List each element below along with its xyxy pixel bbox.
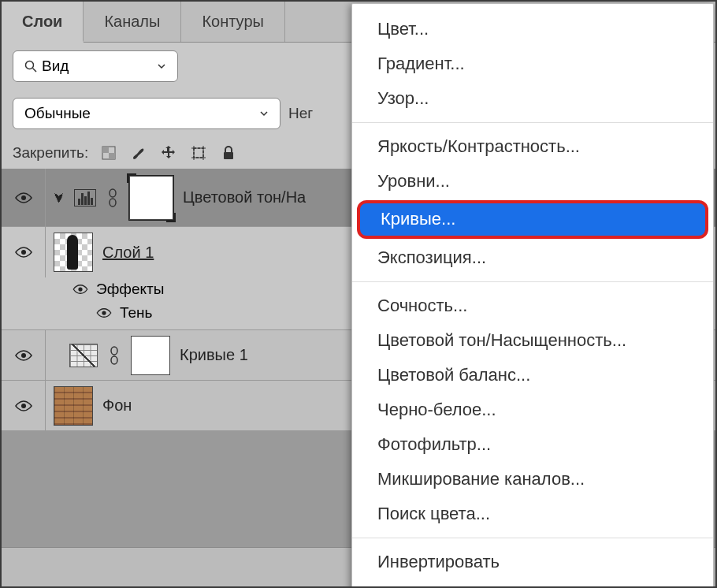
tab-paths[interactable]: Контуры [181, 2, 284, 42]
filter-label: Вид [42, 58, 69, 75]
svg-line-1 [33, 69, 37, 73]
menu-solid-color[interactable]: Цвет... [352, 12, 713, 47]
link-mask-icon[interactable] [106, 188, 120, 207]
menu-separator [352, 281, 713, 282]
layer-name-label[interactable]: Фон [102, 396, 132, 415]
svg-point-15 [110, 189, 116, 197]
menu-gradient[interactable]: Градиент... [352, 47, 713, 81]
adjustment-layer-menu: Цвет... Градиент... Узор... Яркость/Конт… [351, 3, 714, 588]
layer-name-label[interactable]: Слой 1 [102, 244, 154, 262]
curves-adj-icon [69, 344, 98, 367]
menu-posterize[interactable]: Постеризация... [352, 579, 713, 588]
lock-brush-icon[interactable] [129, 143, 148, 162]
svg-point-17 [21, 250, 26, 255]
svg-point-0 [26, 61, 34, 69]
visibility-icon[interactable] [15, 192, 32, 204]
tab-layers[interactable]: Слои [2, 2, 84, 43]
chevron-down-icon [157, 61, 166, 71]
search-icon [24, 60, 37, 73]
svg-point-21 [111, 347, 117, 355]
effects-label: Эффекты [96, 281, 164, 298]
visibility-icon[interactable] [96, 307, 112, 318]
lock-transparency-icon[interactable] [99, 143, 118, 162]
menu-vibrance[interactable]: Сочность... [352, 288, 713, 323]
menu-curves[interactable]: Кривые... [357, 200, 708, 238]
layer-name-label[interactable]: Цветовой тон/На [183, 188, 306, 207]
svg-point-18 [78, 287, 82, 291]
menu-pattern[interactable]: Узор... [352, 81, 713, 116]
menu-photo-filter[interactable]: Фотофильтр... [352, 427, 713, 462]
svg-rect-13 [224, 152, 233, 159]
hue-sat-adj-icon [74, 189, 96, 207]
shadow-label: Тень [120, 304, 153, 322]
lock-label: Закрепить: [13, 144, 88, 162]
svg-rect-7 [109, 153, 115, 159]
menu-invert[interactable]: Инвертировать [352, 545, 713, 579]
opacity-label: Нег [288, 105, 313, 122]
lock-all-icon[interactable] [219, 143, 238, 162]
svg-point-14 [21, 195, 26, 200]
svg-rect-8 [194, 148, 203, 158]
lock-artboard-icon[interactable] [189, 143, 208, 162]
layer-thumb[interactable] [54, 386, 93, 426]
expand-icon[interactable]: ⮟ [54, 192, 65, 204]
chevron-down-icon [259, 109, 269, 118]
lock-position-icon[interactable] [159, 143, 178, 162]
menu-color-lookup[interactable]: Поиск цвета... [352, 497, 713, 531]
svg-point-20 [21, 353, 26, 358]
layer-filter-dropdown[interactable]: Вид [13, 50, 178, 82]
menu-black-white[interactable]: Черно-белое... [352, 393, 713, 427]
visibility-icon[interactable] [72, 284, 88, 295]
menu-separator [352, 538, 713, 538]
visibility-icon[interactable] [15, 246, 32, 259]
svg-rect-6 [102, 147, 109, 153]
svg-point-23 [21, 404, 26, 408]
svg-point-16 [110, 199, 116, 207]
menu-color-balance[interactable]: Цветовой баланс... [352, 358, 713, 393]
tab-channels[interactable]: Каналы [84, 2, 181, 42]
menu-channel-mixer[interactable]: Микширование каналов... [352, 462, 713, 497]
menu-brightness-contrast[interactable]: Яркость/Контрастность... [352, 129, 713, 164]
link-mask-icon[interactable] [107, 346, 121, 365]
blend-mode-label: Обычные [24, 105, 91, 122]
menu-levels[interactable]: Уровни... [352, 164, 713, 199]
menu-separator [352, 122, 713, 123]
svg-point-22 [111, 356, 117, 364]
menu-exposure[interactable]: Экспозиция... [352, 240, 713, 275]
layer-mask-thumb[interactable] [129, 176, 173, 220]
visibility-icon[interactable] [15, 349, 32, 362]
blend-mode-dropdown[interactable]: Обычные [13, 98, 280, 129]
layer-name-label[interactable]: Кривые 1 [180, 346, 248, 364]
menu-hue-saturation[interactable]: Цветовой тон/Насыщенность... [352, 323, 713, 358]
visibility-icon[interactable] [15, 400, 32, 412]
svg-point-19 [102, 311, 106, 314]
layer-thumb[interactable] [54, 233, 93, 272]
layer-mask-thumb[interactable] [131, 336, 170, 375]
